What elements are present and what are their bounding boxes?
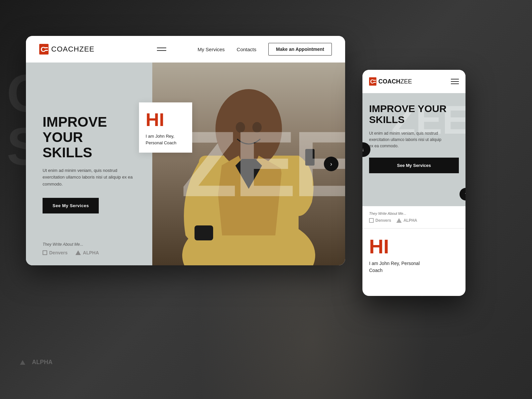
hamburger-menu[interactable] [157, 48, 166, 51]
mobile-logo[interactable]: C COACHZEE [369, 77, 412, 86]
svg-rect-9 [195, 225, 213, 240]
mobile-brands: They Write About Me... Denvers ALPHA [362, 206, 466, 228]
logo-normal: ZEE [79, 45, 94, 53]
desktop-logo[interactable]: C COACHZEE [39, 44, 94, 55]
mobile-brands-row: Denvers ALPHA [369, 218, 459, 223]
bg-brand-triangle-icon [20, 360, 25, 365]
svg-text:C: C [370, 78, 374, 85]
logo-icon: C [39, 44, 49, 55]
mobile-hero-description: Ut enim ad minim veniam, quis nostrud ex… [369, 130, 442, 150]
nav-link-services[interactable]: My Services [198, 47, 225, 52]
nav-link-contacts[interactable]: Contacts [237, 47, 256, 52]
mobile-card: C COACHZEE ZEE IMPROVE YOUR SKILLS Ut en… [362, 70, 466, 296]
denvers-icon-desktop [43, 250, 47, 255]
desktop-hero: ZEE [26, 63, 345, 265]
svg-rect-15 [374, 82, 376, 83]
hi-description-desktop: I am John Rey, Personal Coach [146, 133, 186, 146]
svg-rect-2 [45, 47, 48, 48]
brand-denvers-desktop: Denvers [43, 250, 67, 255]
desktop-card: C COACHZEE My Services Contacts Make an … [26, 36, 345, 265]
see-services-button-desktop[interactable]: See My Services [43, 198, 99, 213]
hi-card-mobile: HI I am John Rey, Personal Coach [362, 228, 466, 282]
scroll-right-button[interactable]: › [324, 157, 338, 171]
mobile-hi-greeting: HI [369, 237, 459, 257]
mobile-brand-denvers: Denvers [369, 218, 391, 223]
alpha-icon-desktop [75, 250, 81, 255]
mobile-hi-description: I am John Rey, Personal Coach [369, 260, 459, 274]
mobile-brand-alpha: ALPHA [396, 218, 417, 223]
svg-text:C: C [41, 45, 46, 54]
desktop-logo-text: COACHZEE [51, 45, 94, 54]
mobile-hero-title: IMPROVE YOUR SKILLS [369, 103, 459, 125]
mobile-hero: ZEE IMPROVE YOUR SKILLS Ut enim ad minim… [362, 93, 466, 206]
hero-description: Ut enim ad minim veniam, quis nostrud ex… [43, 167, 136, 188]
svg-rect-14 [374, 80, 376, 80]
brands-label-desktop: They Write About Me... [43, 242, 99, 247]
see-services-button-mobile[interactable]: See My Services [369, 158, 459, 173]
hi-greeting-desktop: HI [146, 110, 186, 129]
mobile-hamburger-menu[interactable] [451, 79, 459, 84]
mobile-logo-text: COACHZEE [378, 78, 412, 85]
mobile-navbar: C COACHZEE [362, 70, 466, 93]
mobile-logo-bold: COACH [378, 78, 400, 85]
desktop-navbar: C COACHZEE My Services Contacts Make an … [26, 36, 345, 63]
background-brands: ALPHA [20, 359, 53, 366]
svg-rect-3 [45, 50, 48, 51]
make-appointment-button[interactable]: Make an Appointment [268, 43, 332, 56]
nav-links: My Services Contacts Make an Appointment [198, 43, 332, 56]
mobile-brands-label: They Write About Me... [369, 211, 459, 215]
hero-title: IMPROVE YOUR SKILLS [43, 114, 136, 161]
hero-content: IMPROVE YOUR SKILLS Ut enim ad minim ven… [43, 114, 136, 213]
bg-brand-alpha: ALPHA [32, 359, 53, 366]
mobile-logo-icon: C [369, 77, 376, 86]
mobile-logo-normal: ZEE [400, 78, 412, 85]
mobile-alpha-icon [396, 218, 402, 223]
brand-alpha-desktop: ALPHA [75, 250, 99, 255]
brands-row-desktop: Denvers ALPHA [43, 250, 99, 255]
mobile-denvers-icon [369, 218, 374, 223]
hero-bg-text: ZEE [181, 117, 345, 210]
hi-card-desktop: HI I am John Rey, Personal Coach [139, 102, 192, 153]
logo-bold: COACH [51, 45, 79, 53]
desktop-brands: They Write About Me... Denvers ALPHA [43, 242, 99, 255]
